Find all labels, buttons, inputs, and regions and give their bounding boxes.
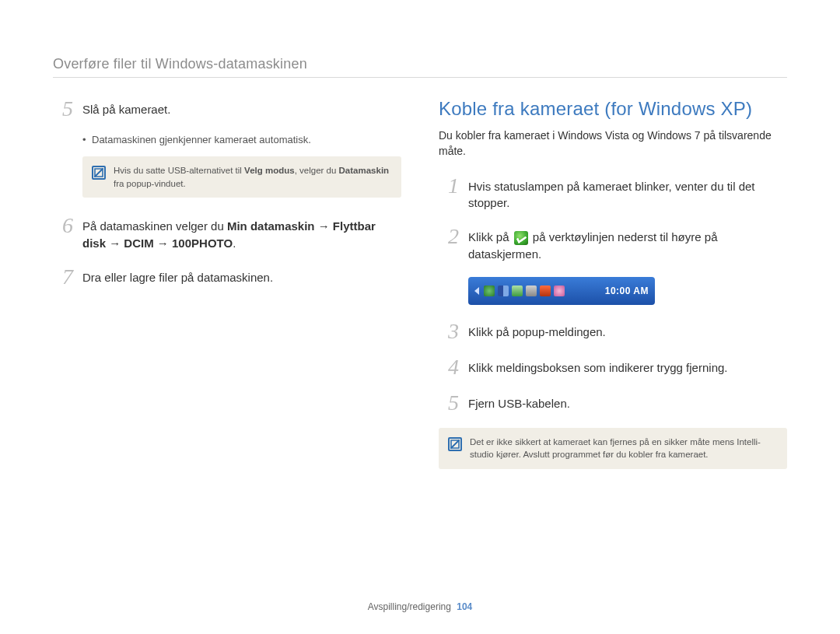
r-step-4: 4 Klikk meldingsboksen som indikerer try…: [439, 356, 787, 378]
tray-icon: [540, 285, 551, 296]
taskbar-arrow: [474, 287, 479, 295]
step-number: 2: [439, 226, 459, 247]
section-title: Koble fra kameraet (for Windows XP): [439, 98, 787, 120]
note-icon: [92, 166, 106, 180]
note-text: Det er ikke sikkert at kameraet kan fjer…: [470, 436, 778, 461]
step-text: På datamaskinen velger du Min datamaskin…: [82, 215, 401, 252]
step-number: 1: [439, 175, 459, 197]
divider: [53, 77, 787, 78]
note-text: Hvis du satte USB-alternativet til Velg …: [114, 164, 392, 190]
step-text: Hvis statuslampen på kameraet blinker, v…: [468, 175, 787, 212]
step-text: Klikk meldingsboksen som indikerer trygg…: [468, 356, 787, 377]
step-text: Klikk på på verktøylinjen nederst til hø…: [468, 226, 787, 263]
note-icon: [448, 437, 462, 451]
step-text: Fjern USB-kabelen.: [468, 392, 787, 412]
step-6: 6 På datamaskinen velger du Min datamask…: [53, 215, 401, 252]
step-5: 5 Slå på kameraet.: [53, 98, 401, 120]
step-number: 5: [53, 98, 73, 120]
r-step-2: 2 Klikk på på verktøylinjen nederst til …: [439, 226, 787, 263]
info-note-1: Hvis du satte USB-alternativet til Velg …: [82, 156, 401, 198]
tray-icon: [512, 285, 523, 296]
section-intro: Du kobler fra kameraet i Windows Vista o…: [439, 128, 787, 159]
step-number: 4: [439, 356, 459, 378]
tray-icon: [554, 285, 565, 296]
r-step-5: 5 Fjern USB-kabelen.: [439, 392, 787, 414]
two-column-layout: 5 Slå på kameraet. • Datamaskinen gjenkj…: [53, 98, 787, 486]
r-step-3: 3 Klikk på popup-meldingen.: [439, 321, 787, 342]
page-footer: Avspilling/redigering 104: [0, 601, 840, 612]
step-text: Slå på kameraet.: [82, 98, 401, 118]
step-text: Dra eller lagre filer på datamaskinen.: [82, 266, 401, 286]
tray-gear-icon: [498, 285, 509, 296]
step-number: 5: [439, 392, 459, 414]
tray-icon: [484, 285, 495, 296]
right-column: Koble fra kameraet (for Windows XP) Du k…: [439, 98, 787, 486]
step-number: 3: [439, 321, 459, 342]
left-column: 5 Slå på kameraet. • Datamaskinen gjenkj…: [53, 98, 401, 486]
page-number: 104: [457, 601, 472, 612]
step-text: Klikk på popup-meldingen.: [468, 321, 787, 341]
bullet-dot: •: [82, 134, 86, 145]
breadcrumb: Overføre filer til Windows-datamaskinen: [53, 56, 787, 72]
safely-remove-icon: [514, 231, 528, 245]
step-number: 6: [53, 215, 73, 236]
bullet-text: Datamaskinen gjenkjenner kameraet automa…: [92, 134, 311, 145]
manual-page: Overføre filer til Windows-datamaskinen …: [0, 0, 840, 634]
tray-icon: [526, 285, 537, 296]
taskbar-clock: 10:00 AM: [605, 285, 649, 296]
system-tray: [484, 285, 565, 296]
step-number: 7: [53, 266, 73, 288]
r-step-1: 1 Hvis statuslampen på kameraet blinker,…: [439, 175, 787, 212]
step-7: 7 Dra eller lagre filer på datamaskinen.: [53, 266, 401, 288]
info-note-2: Det er ikke sikkert at kameraet kan fjer…: [439, 428, 787, 469]
footer-section: Avspilling/redigering: [368, 601, 451, 612]
windows-taskbar-image: 10:00 AM: [468, 277, 655, 305]
step-5-bullet: • Datamaskinen gjenkjenner kameraet auto…: [82, 134, 401, 145]
